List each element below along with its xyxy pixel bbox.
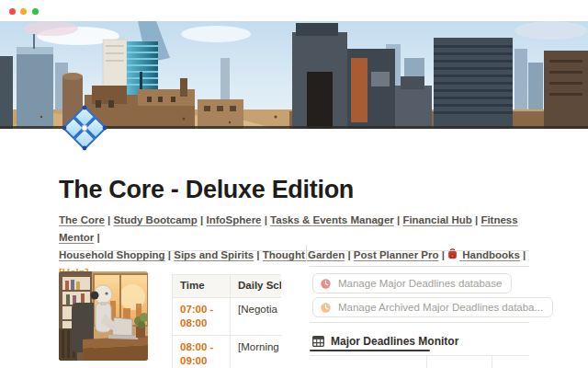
divider bbox=[310, 322, 529, 323]
time-cell[interactable]: 08:00 - 09:00 bbox=[173, 336, 231, 368]
manage-archived-deadlines-button[interactable]: Manage Archived Major Deadlines databa..… bbox=[312, 297, 553, 317]
time-cell[interactable]: 07:00 - 08:00 bbox=[173, 298, 231, 336]
robot-portrait-image[interactable] bbox=[59, 271, 148, 361]
blue-diamond-gem-icon bbox=[61, 104, 108, 152]
page-icon[interactable] bbox=[61, 104, 108, 152]
column-divider-tick bbox=[306, 245, 307, 261]
nav-link-infosphere[interactable]: InfoSphere bbox=[206, 214, 261, 225]
table-icon bbox=[312, 336, 324, 347]
nav-link-study-bootcamp[interactable]: Study Bootcamp bbox=[113, 214, 197, 225]
nav-separator: | bbox=[394, 214, 403, 225]
tab-baseline bbox=[310, 355, 529, 356]
zoom-button[interactable] bbox=[32, 8, 39, 15]
nav-separator: | bbox=[105, 214, 114, 225]
robot-at-desk-art bbox=[59, 271, 148, 361]
page-title[interactable]: The Core - Deluxe Edition bbox=[59, 176, 537, 204]
table-column-line bbox=[426, 356, 427, 368]
nav-line: The Core | Study Bootcamp | InfoSphere |… bbox=[59, 212, 533, 247]
nav-separator: | bbox=[198, 214, 207, 225]
column-header-daily-sch[interactable]: Daily Sch bbox=[231, 275, 282, 298]
notion-page: The Core - Deluxe Edition The Core | Stu… bbox=[0, 0, 588, 368]
tab-major-deadlines-monitor[interactable]: Major Deadlines Monitor bbox=[312, 333, 458, 349]
tab-label: Major Deadlines Monitor bbox=[331, 335, 458, 348]
activity-cell[interactable]: [Morning bbox=[231, 336, 282, 368]
button-label: Manage Major Deadlines database bbox=[338, 278, 502, 289]
nav-separator: | bbox=[262, 214, 271, 225]
clock-icon bbox=[321, 303, 331, 313]
table-column-line bbox=[492, 356, 492, 368]
column-header-time[interactable]: Time bbox=[173, 275, 231, 298]
nav-link-tasks-events-manager[interactable]: Tasks & Events Manager bbox=[270, 214, 394, 225]
activity-cell[interactable]: [Negotia bbox=[231, 298, 282, 336]
nav-separator: | bbox=[94, 232, 99, 243]
clock-icon bbox=[321, 279, 331, 289]
active-tab-indicator bbox=[310, 350, 430, 351]
minimize-button[interactable] bbox=[20, 8, 27, 15]
divider bbox=[310, 266, 529, 267]
daily-schedule-table: TimeDaily Sch 07:00 - 08:00[Negotia08:00… bbox=[172, 274, 281, 368]
nav-link-financial-hub[interactable]: Financial Hub bbox=[402, 214, 471, 225]
close-button[interactable] bbox=[9, 8, 16, 15]
button-label: Manage Archived Major Deadlines databa..… bbox=[338, 302, 543, 313]
nav-link-the-core[interactable]: The Core bbox=[59, 214, 105, 225]
window-titlebar bbox=[0, 0, 588, 21]
divider bbox=[59, 250, 529, 251]
table-header-row: TimeDaily Sch bbox=[173, 275, 282, 298]
table-row: 07:00 - 08:00[Negotia bbox=[173, 298, 282, 336]
table-row: 08:00 - 09:00[Morning bbox=[173, 336, 282, 368]
nav-separator: | bbox=[472, 214, 481, 225]
manage-deadlines-button[interactable]: Manage Major Deadlines database bbox=[312, 273, 512, 293]
